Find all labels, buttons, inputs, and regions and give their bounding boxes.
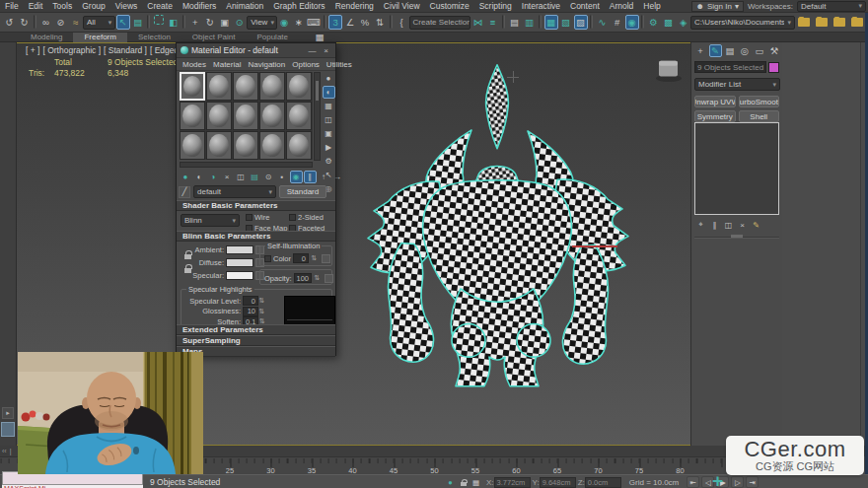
tab-create[interactable]: + (694, 44, 707, 57)
track-back-icon[interactable]: ‹‹ (2, 448, 7, 454)
viewport-shading-menu[interactable]: [ Standard ] (104, 45, 147, 55)
highlight-param-field[interactable]: 0 (243, 296, 258, 306)
Civil View[interactable]: Civil View (379, 0, 425, 13)
put-to-library-icon[interactable]: ▤ (249, 171, 261, 183)
material-sample-slot[interactable] (259, 102, 285, 130)
align-icon[interactable]: ≡ (486, 15, 500, 30)
manage-layers-icon[interactable]: ▤ (508, 15, 522, 30)
Customize[interactable]: Customize (425, 0, 474, 13)
toggle-scene-explorer-icon[interactable]: ▦ (544, 15, 558, 30)
make-unique-icon[interactable]: ◫ (723, 219, 735, 231)
use-pivot-point-center-icon[interactable]: ◉ (277, 15, 291, 30)
turbosmooth-button[interactable]: TurboSmooth (739, 96, 780, 107)
undo-icon[interactable]: ↺ (3, 15, 17, 30)
workspace-dropdown[interactable]: Default▾ (797, 1, 866, 12)
render-production-icon[interactable]: ◈ (677, 15, 690, 30)
blinn-rollout-header[interactable]: Blinn Basic Parameters (177, 231, 335, 242)
show-shaded-material-icon[interactable]: ◉ (290, 171, 303, 183)
tab-motion[interactable]: ◎ (739, 44, 752, 57)
material-editor-menu-item[interactable]: Material (210, 60, 244, 69)
coordinate-field[interactable]: 0.0cm (585, 477, 621, 488)
color-swatch[interactable] (226, 271, 253, 280)
material-id-channel-icon[interactable]: ⊙ (262, 171, 275, 183)
unlink-selection-icon[interactable]: ⊘ (54, 15, 68, 30)
sample-tiling-icon[interactable]: ◫ (323, 113, 335, 126)
named-selection-set-combo[interactable]: Create Selection Se▾ (409, 16, 471, 30)
select-and-rotate-icon[interactable]: ↻ (203, 15, 217, 30)
Extended Parameters[interactable]: Extended Parameters (177, 324, 335, 335)
reset-map-icon[interactable]: × (221, 171, 234, 183)
checkbox[interactable] (289, 214, 296, 221)
spinner[interactable]: ⇅ (258, 297, 265, 305)
named-selection-sets-icon[interactable]: { (395, 15, 408, 30)
select-by-name-icon[interactable]: ▤ (131, 15, 145, 30)
put-material-to-scene-icon[interactable]: ◐ (193, 171, 206, 183)
spinner[interactable]: ⇅ (314, 274, 321, 282)
rectangular-selection-region-icon[interactable] (154, 15, 164, 25)
ribbon-tab-modeling[interactable]: Modeling (20, 33, 73, 42)
select-object-icon[interactable]: ↖ (116, 15, 130, 30)
select-and-scale-icon[interactable]: ▣ (218, 15, 232, 30)
Content[interactable]: Content (565, 0, 605, 13)
project-folder-icon[interactable] (851, 18, 863, 27)
scene-explorer-icon[interactable]: ▥ (523, 15, 537, 30)
project-path-dropdown[interactable]: C:\Users\Niko\Documents\3ds Max 2020▾ (690, 16, 795, 30)
color-swatch[interactable] (226, 245, 253, 254)
select-and-manipulate-icon[interactable]: ∗ (292, 15, 306, 30)
material-sample-slot[interactable] (180, 131, 205, 160)
sign-in-button[interactable]: ☻ Sign In ▾ (691, 1, 744, 12)
schematic-view-icon[interactable]: # (611, 15, 624, 30)
close-button[interactable]: × (321, 46, 331, 55)
shell-button[interactable]: Shell (739, 110, 780, 122)
window-crossing-icon[interactable]: ◧ (167, 15, 181, 30)
reference-coordinate-dropdown[interactable]: View▾ (247, 16, 276, 30)
modifier-stack-list[interactable] (694, 122, 779, 215)
minimize-button[interactable]: — (307, 46, 318, 55)
material-sample-slot[interactable] (233, 102, 258, 130)
Help[interactable]: Help (638, 0, 665, 13)
slots-vertical-scrollbar[interactable] (314, 72, 321, 161)
material-sample-slot[interactable] (286, 72, 312, 101)
select-and-place-icon[interactable]: ⊙ (233, 15, 247, 30)
material-sample-slot[interactable] (180, 72, 205, 101)
project-folder-icon[interactable] (816, 18, 828, 27)
material-type-button[interactable]: Standard (279, 185, 326, 198)
configure-modifier-sets-icon[interactable]: ✎ (751, 219, 762, 231)
sample-type-icon[interactable]: ● (323, 72, 335, 85)
toggle-ribbon-icon[interactable]: ▨ (574, 15, 588, 30)
add-time-tag-button[interactable]: + (712, 470, 723, 488)
ribbon-tab-freeform[interactable]: Freeform (73, 33, 126, 42)
object-name-field[interactable]: 9 Objects Selected (694, 61, 766, 73)
show-end-result-stack-icon[interactable]: ∥ (709, 219, 721, 231)
render-setup-icon[interactable]: ⚙ (647, 15, 661, 30)
selection-lock-toggle[interactable] (458, 477, 470, 488)
select-and-move-icon[interactable]: + (188, 15, 202, 30)
Create[interactable]: Create (142, 0, 178, 13)
modifier-list-dropdown[interactable]: Modifier List▾ (694, 78, 780, 91)
material-editor-menu-item[interactable]: Navigation (245, 60, 288, 69)
Arnold[interactable]: Arnold (605, 0, 639, 13)
go-to-end-button[interactable]: ⇥ (746, 476, 759, 488)
symmetry-button[interactable]: Symmetry (694, 110, 736, 122)
material-editor-menu-item[interactable]: Modes (180, 60, 209, 69)
selected-creature-model[interactable] (368, 130, 628, 386)
unwrap-uvw-button[interactable]: Unwrap UVW (694, 96, 736, 107)
pin-stack-icon[interactable]: ⌖ (695, 219, 707, 231)
Scripting[interactable]: Scripting (474, 0, 517, 13)
scene-object-box[interactable] (656, 61, 682, 82)
curve-editor-icon[interactable]: ∿ (596, 15, 610, 30)
time-slider-handle-icon[interactable]: | (10, 448, 12, 454)
viewport-layout-selected-tab[interactable] (1, 422, 15, 437)
spinner[interactable]: ⇅ (311, 254, 318, 262)
material-editor-options-icon[interactable]: ⚙ (323, 155, 335, 168)
background-icon[interactable]: ▦ (323, 100, 335, 112)
project-folder-icon[interactable] (798, 18, 810, 27)
material-sample-slot[interactable] (206, 131, 232, 160)
viewport-layout-tab-icon[interactable]: ▸ (2, 407, 14, 419)
opacity-value-field[interactable]: 100 (294, 273, 313, 283)
Group[interactable]: Group (77, 0, 110, 13)
material-sample-slot[interactable] (206, 72, 232, 101)
show-end-result-icon[interactable]: ∥ (304, 171, 317, 183)
tab-hierarchy[interactable]: ▤ (724, 44, 737, 57)
Tools[interactable]: Tools (47, 0, 77, 13)
